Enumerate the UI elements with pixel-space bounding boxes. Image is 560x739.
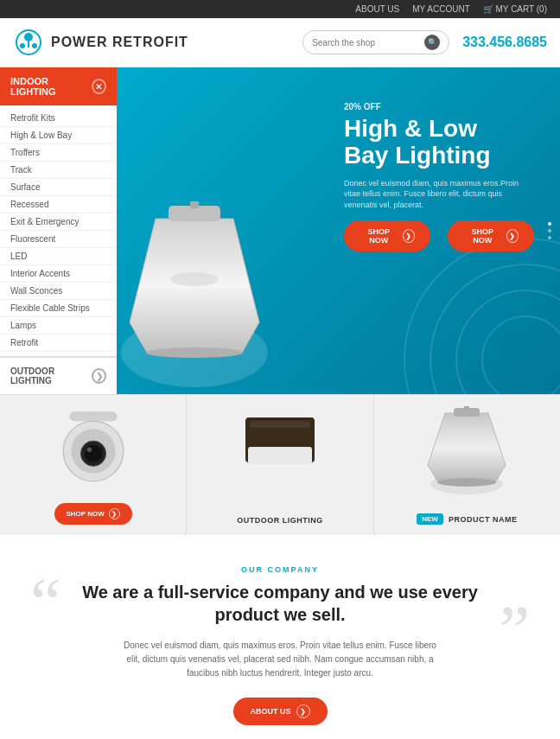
sidebar-item-track[interactable]: Track <box>0 162 117 179</box>
sidebar-menu: Retrofit Kits High & Low Bay Troffers Tr… <box>0 105 117 356</box>
sidebar-item-flexible-cable[interactable]: Flexible Cable Strips <box>0 300 117 317</box>
sidebar-item-high-low-bay[interactable]: High & Low Bay <box>0 127 117 144</box>
search-input[interactable] <box>312 38 424 48</box>
tile-1-image <box>46 408 141 494</box>
svg-rect-22 <box>248 447 312 464</box>
product-tile-2: OUTDOOR LIGHTING <box>187 395 373 535</box>
sidebar-item-recessed[interactable]: Recessed <box>0 196 117 213</box>
my-account-link[interactable]: MY ACCOUNT <box>412 4 470 14</box>
top-bar: ABOUT US MY ACCOUNT 🛒 MY CART (0) <box>0 0 560 18</box>
search-box: 🔍 <box>302 30 449 54</box>
quote-mark-left: “ <box>30 568 61 637</box>
hero-dot-2[interactable] <box>548 229 551 233</box>
logo-text: POWER RETROFIT <box>51 35 188 50</box>
shop-arrow-icon-2: ❯ <box>506 229 519 243</box>
svg-point-14 <box>170 272 219 286</box>
indoor-expand-icon: ✕ <box>92 79 106 94</box>
tile-1-shop-button[interactable]: SHOP NOW ❯ <box>54 503 132 525</box>
search-button[interactable]: 🔍 <box>424 35 440 50</box>
svg-point-13 <box>146 347 243 358</box>
company-description: Donec vel euismod diam, quis maximus ero… <box>116 639 444 680</box>
indoor-lighting-header[interactable]: INDOOR LIGHTING ✕ <box>0 67 117 105</box>
hero-product-image <box>117 201 281 394</box>
hero-discount: 20% OFF <box>344 102 534 111</box>
sidebar-item-lamps[interactable]: Lamps <box>0 317 117 334</box>
sidebar-item-wall-sconces[interactable]: Wall Sconces <box>0 283 117 300</box>
sidebar: INDOOR LIGHTING ✕ Retrofit Kits High & L… <box>0 67 117 394</box>
logo[interactable]: POWER RETROFIT <box>13 27 188 58</box>
svg-rect-27 <box>464 406 469 411</box>
sidebar-item-retrofit-kits[interactable]: Retrofit Kits <box>0 110 117 127</box>
sidebar-item-exit-emergency[interactable]: Exit & Emergency <box>0 213 117 231</box>
outdoor-expand-icon: ❯ <box>92 368 106 384</box>
hero-pagination <box>548 222 551 239</box>
hero-shop-now-button-2[interactable]: SHOP NOW ❯ <box>448 220 534 252</box>
sidebar-item-fluorescent[interactable]: Fluorescent <box>0 231 117 248</box>
company-quote-wrapper: “ We are a full-service company and we u… <box>69 581 491 639</box>
company-section: OUR COMPANY “ We are a full-service comp… <box>0 535 560 739</box>
quote-mark-right: ” <box>499 596 530 665</box>
svg-point-28 <box>437 478 496 487</box>
sidebar-item-troffers[interactable]: Troffers <box>0 144 117 162</box>
about-us-button[interactable]: ABOUT US ❯ <box>233 698 328 725</box>
tile-3-label-row: NEW PRODUCT NAME <box>417 513 517 525</box>
svg-point-1 <box>24 33 33 41</box>
sidebar-item-surface[interactable]: Surface <box>0 179 117 196</box>
company-tagline: We are a full-service company and we use… <box>69 581 491 626</box>
svg-point-5 <box>404 239 560 394</box>
indoor-lighting-label: INDOOR LIGHTING <box>10 76 92 97</box>
tile-3-image <box>419 408 514 494</box>
svg-rect-15 <box>69 411 117 421</box>
cart-link[interactable]: 🛒 MY CART (0) <box>483 4 547 14</box>
tile-1-arrow-icon: ❯ <box>109 508 120 519</box>
hero-buttons: SHOP NOW ❯ SHOP NOW ❯ <box>344 220 534 252</box>
company-section-label: OUR COMPANY <box>69 565 491 574</box>
header: POWER RETROFIT 🔍 333.456.8685 <box>0 18 560 67</box>
svg-point-7 <box>456 290 560 394</box>
outdoor-lighting-header[interactable]: OUTDOOR LIGHTING ❯ <box>0 356 117 394</box>
outdoor-lighting-label: OUTDOOR LIGHTING <box>10 366 92 385</box>
product-tile-1: SHOP NOW ❯ <box>0 395 187 535</box>
cart-icon: 🛒 <box>483 4 493 14</box>
svg-point-20 <box>86 447 92 452</box>
about-us-link[interactable]: ABOUT US <box>355 4 399 14</box>
sidebar-item-retrofit[interactable]: Retrofit <box>0 334 117 352</box>
shop-arrow-icon: ❯ <box>403 229 416 243</box>
hero-dot-3[interactable] <box>548 236 551 239</box>
header-right: 🔍 333.456.8685 <box>302 30 547 54</box>
svg-point-8 <box>482 316 560 394</box>
hero-description: Donec vel euismod diam, quis maximus ero… <box>344 178 534 211</box>
main-content: INDOOR LIGHTING ✕ Retrofit Kits High & L… <box>0 67 560 394</box>
sidebar-item-led[interactable]: LED <box>0 248 117 265</box>
hero-banner: 20% OFF High & Low Bay Lighting Donec ve… <box>117 67 560 394</box>
product-tiles: SHOP NOW ❯ OUTDOOR LIGHTING <box>0 394 560 535</box>
svg-rect-23 <box>250 421 310 428</box>
svg-rect-12 <box>190 201 199 208</box>
header-phone: 333.456.8685 <box>462 35 547 50</box>
svg-point-19 <box>85 445 102 462</box>
hero-text: 20% OFF High & Low Bay Lighting Donec ve… <box>344 102 534 252</box>
hero-dot-1[interactable] <box>548 222 551 226</box>
logo-icon <box>13 27 44 58</box>
tile-2-image <box>232 408 328 494</box>
sidebar-item-interior-accents[interactable]: Interior Accents <box>0 265 117 283</box>
search-icon: 🔍 <box>428 38 437 47</box>
svg-marker-25 <box>428 413 506 482</box>
tile-3-label: PRODUCT NAME <box>449 515 518 524</box>
tile-3-badge: NEW <box>417 513 443 525</box>
about-arrow-icon: ❯ <box>296 704 310 718</box>
hero-shop-now-button-1[interactable]: SHOP NOW ❯ <box>344 220 430 252</box>
tile-2-label: OUTDOOR LIGHTING <box>237 516 323 525</box>
svg-point-3 <box>20 43 25 48</box>
svg-point-4 <box>32 43 37 48</box>
hero-title: High & Low Bay Lighting <box>344 116 534 169</box>
product-tile-3: NEW PRODUCT NAME <box>374 395 560 535</box>
